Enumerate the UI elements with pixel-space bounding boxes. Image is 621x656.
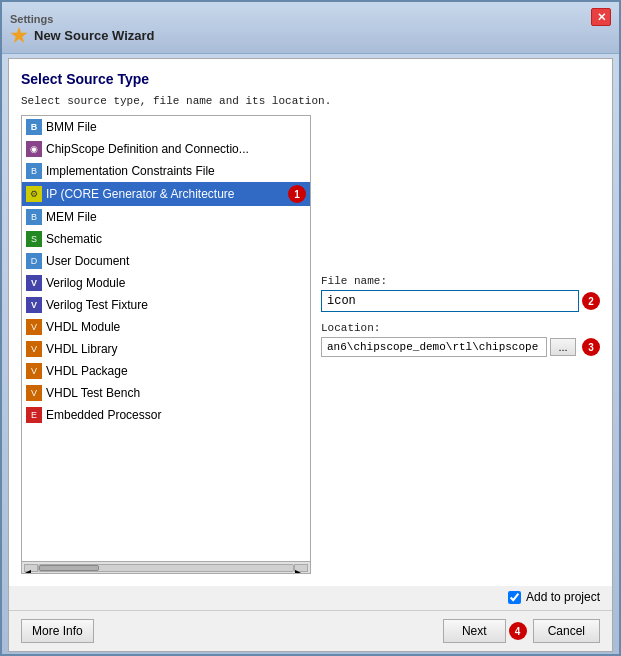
embedded-icon: E: [26, 407, 42, 423]
outer-window: Settings New Source Wizard ✕ Select Sour…: [0, 0, 621, 656]
scroll-right-arrow[interactable]: ▸: [294, 564, 308, 572]
embedded-label: Embedded Processor: [46, 408, 161, 422]
list-item-chipscope[interactable]: ◉ ChipScope Definition and Connectio...: [22, 138, 310, 160]
title-bar-left: Settings New Source Wizard: [10, 13, 155, 45]
ip-label: IP (CORE Generator & Architecture: [46, 187, 281, 201]
chipscope-icon: ◉: [26, 141, 42, 157]
verilog-icon: V: [26, 275, 42, 291]
bmm-icon: B: [26, 119, 42, 135]
list-item-verilogtf[interactable]: V Verilog Test Fixture: [22, 294, 310, 316]
add-to-project-checkbox[interactable]: [508, 591, 521, 604]
list-item-schematic[interactable]: S Schematic: [22, 228, 310, 250]
ip-icon: ⚙: [26, 186, 42, 202]
doc-icon: D: [26, 253, 42, 269]
bottom-bar: More Info Next 4 Cancel: [9, 610, 612, 651]
mem-icon: B: [26, 209, 42, 225]
badge-3: 3: [582, 338, 600, 356]
chipscope-label: ChipScope Definition and Connectio...: [46, 142, 249, 156]
list-item-vhdltb[interactable]: V VHDL Test Bench: [22, 382, 310, 404]
schematic-label: Schematic: [46, 232, 102, 246]
dialog-body: Select Source Type Select source type, f…: [9, 59, 612, 586]
verilogtf-label: Verilog Test Fixture: [46, 298, 148, 312]
action-buttons: Next 4 Cancel: [443, 619, 600, 643]
scroll-left-arrow[interactable]: ◂: [24, 564, 38, 572]
list-item-vhdllib[interactable]: V VHDL Library: [22, 338, 310, 360]
add-to-project-row: Add to project: [508, 590, 600, 604]
inner-dialog: Select Source Type Select source type, f…: [8, 58, 613, 652]
browse-button[interactable]: ...: [550, 338, 576, 356]
userdoc-label: User Document: [46, 254, 129, 268]
sch-icon: S: [26, 231, 42, 247]
source-type-list: B BMM File ◉ ChipScope Definition and Co…: [21, 115, 311, 574]
badge-2: 2: [582, 292, 600, 310]
list-item-vhdlpkg[interactable]: V VHDL Package: [22, 360, 310, 382]
vhdllib-label: VHDL Library: [46, 342, 118, 356]
file-name-label: File name:: [321, 275, 600, 287]
list-item-userdoc[interactable]: D User Document: [22, 250, 310, 272]
hscroll-track[interactable]: [38, 564, 294, 572]
list-scroll[interactable]: B BMM File ◉ ChipScope Definition and Co…: [22, 116, 310, 561]
list-item-bmm[interactable]: B BMM File: [22, 116, 310, 138]
list-hscrollbar[interactable]: ◂ ▸: [22, 561, 310, 573]
vhdllib-icon: V: [26, 341, 42, 357]
title-top-row: Settings: [10, 13, 155, 25]
content-area: B BMM File ◉ ChipScope Definition and Co…: [21, 115, 600, 574]
more-info-button[interactable]: More Info: [21, 619, 94, 643]
mem-label: MEM File: [46, 210, 97, 224]
verilog-label: Verilog Module: [46, 276, 125, 290]
vhdltb-icon: V: [26, 385, 42, 401]
location-input[interactable]: [321, 337, 547, 357]
title-bar: Settings New Source Wizard ✕: [2, 2, 619, 54]
bmm-label: BMM File: [46, 120, 97, 134]
wizard-icon: [10, 27, 28, 45]
list-item-impl[interactable]: B Implementation Constraints File: [22, 160, 310, 182]
list-item-embedded[interactable]: E Embedded Processor: [22, 404, 310, 426]
location-row: ... 3: [321, 337, 600, 357]
badge-4: 4: [509, 622, 527, 640]
verilogtf-icon: V: [26, 297, 42, 313]
wizard-title: New Source Wizard: [34, 28, 155, 43]
next-button[interactable]: Next: [443, 619, 506, 643]
close-button[interactable]: ✕: [591, 8, 611, 26]
vhdlpkg-icon: V: [26, 363, 42, 379]
location-label: Location:: [321, 322, 600, 334]
list-item-vhdl[interactable]: V VHDL Module: [22, 316, 310, 338]
cancel-button[interactable]: Cancel: [533, 619, 600, 643]
vhdltb-label: VHDL Test Bench: [46, 386, 140, 400]
badge-1: 1: [288, 185, 306, 203]
hscroll-thumb[interactable]: [39, 565, 99, 571]
impl-icon: B: [26, 163, 42, 179]
add-to-project-label: Add to project: [526, 590, 600, 604]
impl-label: Implementation Constraints File: [46, 164, 215, 178]
file-name-input[interactable]: [321, 290, 579, 312]
vhdlpkg-label: VHDL Package: [46, 364, 128, 378]
vhdl-label: VHDL Module: [46, 320, 120, 334]
list-item-verilog[interactable]: V Verilog Module: [22, 272, 310, 294]
form-panel: File name: 2 Location: ... 3: [321, 115, 600, 574]
list-item-mem[interactable]: B MEM File: [22, 206, 310, 228]
vhdl-icon: V: [26, 319, 42, 335]
section-title: Select Source Type: [21, 71, 600, 87]
list-item-ip[interactable]: ⚙ IP (CORE Generator & Architecture 1: [22, 182, 310, 206]
title-line1: Settings: [10, 13, 53, 25]
subtitle: Select source type, file name and its lo…: [21, 95, 600, 107]
